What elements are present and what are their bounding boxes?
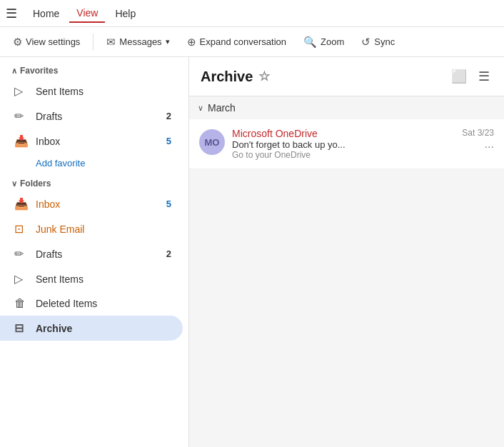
folders-section-header[interactable]: ∨ Folders [0, 173, 188, 191]
sidebar-item-deleted-items-label: Deleted Items [36, 298, 171, 309]
sidebar-item-drafts-fav-label: Drafts [36, 111, 159, 122]
zoom-button[interactable]: 🔍 Zoom [296, 33, 351, 51]
menu-bar: ☰ Home View Help [0, 0, 504, 27]
content-header-actions: ⬜ ☰ [448, 66, 493, 87]
sidebar-item-junk-email-label: Junk Email [36, 224, 171, 235]
sent-items-icon: ▷ [14, 272, 29, 286]
sidebar-item-sent-items-label: Sent Items [36, 273, 171, 285]
menu-home[interactable]: Home [26, 5, 66, 22]
expand-conversation-label: Expand conversation [200, 36, 286, 47]
sync-button[interactable]: ↺ Sync [354, 33, 402, 51]
favorites-chevron-icon: ∧ [11, 66, 17, 76]
sidebar-item-inbox-fav-label: Inbox [36, 136, 159, 147]
folders-label: Folders [20, 179, 51, 189]
sidebar: ∧ Favorites ▷ Sent Items ✏ Drafts 2 📥 In… [0, 57, 189, 447]
gear-icon: ⚙ [13, 36, 22, 49]
email-subject: Don't forget to back up yo... [232, 139, 437, 150]
archive-icon: ⊟ [14, 321, 29, 335]
messages-label: Messages [119, 36, 161, 47]
junk-email-icon: ⊡ [14, 222, 29, 236]
content-header: Archive ☆ ⬜ ☰ [189, 57, 504, 96]
folders-chevron-icon: ∨ [11, 179, 17, 189]
toolbar: ⚙ View settings ✉ Messages ▾ ⊕ Expand co… [0, 27, 504, 57]
sidebar-item-sent-items-fav-label: Sent Items [36, 86, 171, 97]
envelope-icon: ✉ [106, 36, 116, 49]
main-layout: ∧ Favorites ▷ Sent Items ✏ Drafts 2 📥 In… [0, 57, 504, 447]
favorites-section-header[interactable]: ∧ Favorites [0, 60, 188, 79]
email-preview: Go to your OneDrive [232, 150, 437, 160]
sidebar-item-archive[interactable]: ⊟ Archive [0, 316, 183, 341]
email-more-icon[interactable]: ··· [485, 141, 494, 154]
inbox-fav-icon: 📥 [14, 134, 29, 148]
sidebar-item-sent-items[interactable]: ▷ Sent Items [0, 266, 183, 291]
sidebar-item-sent-items-fav[interactable]: ▷ Sent Items [0, 79, 183, 104]
email-meta: Sat 3/23 ··· [444, 128, 494, 154]
content-area: Archive ☆ ⬜ ☰ ∨ March MO Microsoft OneDr… [189, 57, 504, 447]
email-item-0[interactable]: MO Microsoft OneDrive Don't forget to ba… [189, 119, 504, 169]
expand-conversation-button[interactable]: ⊕ Expand conversation [180, 33, 293, 51]
sidebar-item-inbox-label: Inbox [36, 199, 159, 210]
messages-chevron-icon: ▾ [166, 37, 170, 46]
month-label: March [208, 102, 236, 114]
zoom-icon: 🔍 [303, 36, 317, 49]
content-title: Archive ☆ [201, 69, 270, 85]
hamburger-icon[interactable]: ☰ [6, 6, 17, 21]
email-content: Microsoft OneDrive Don't forget to back … [232, 128, 437, 160]
drafts-badge: 2 [166, 248, 171, 259]
sidebar-item-inbox[interactable]: 📥 Inbox 5 [0, 191, 183, 216]
avatar-initials: MO [205, 137, 220, 148]
sent-items-fav-icon: ▷ [14, 84, 29, 98]
sidebar-item-inbox-fav[interactable]: 📥 Inbox 5 [0, 129, 183, 154]
favorites-label: Favorites [20, 66, 58, 76]
messages-button[interactable]: ✉ Messages ▾ [99, 33, 176, 51]
sidebar-item-junk-email[interactable]: ⊡ Junk Email [0, 216, 183, 241]
zoom-label: Zoom [321, 36, 344, 47]
sidebar-item-drafts-fav[interactable]: ✏ Drafts 2 [0, 104, 183, 129]
sync-label: Sync [374, 36, 395, 47]
sidebar-item-drafts-label: Drafts [36, 248, 159, 260]
menu-help[interactable]: Help [108, 5, 143, 22]
inbox-badge: 5 [166, 199, 171, 209]
avatar: MO [199, 129, 225, 155]
toolbar-divider-1 [93, 34, 94, 51]
sidebar-item-archive-label: Archive [36, 323, 171, 334]
sidebar-item-deleted-items[interactable]: 🗑 Deleted Items [0, 291, 183, 316]
add-favorite-link[interactable]: Add favorite [0, 154, 188, 173]
archive-title-text: Archive [201, 69, 253, 85]
inbox-fav-badge: 5 [166, 136, 171, 146]
sync-icon: ↺ [361, 36, 371, 49]
email-sender: Microsoft OneDrive [232, 128, 437, 139]
expand-icon: ⊕ [187, 36, 196, 49]
view-settings-label: View settings [26, 36, 80, 47]
sidebar-item-drafts[interactable]: ✏ Drafts 2 [0, 241, 183, 266]
menu-view[interactable]: View [69, 4, 105, 23]
deleted-items-icon: 🗑 [14, 297, 29, 310]
month-chevron-icon: ∨ [198, 104, 203, 113]
star-icon[interactable]: ☆ [258, 69, 270, 84]
inbox-icon: 📥 [14, 197, 29, 211]
month-group-march[interactable]: ∨ March [189, 96, 504, 119]
email-date: Sat 3/23 [462, 128, 494, 138]
layout-icon[interactable]: ⬜ [448, 66, 470, 87]
view-settings-button[interactable]: ⚙ View settings [6, 33, 87, 51]
drafts-fav-icon: ✏ [14, 109, 29, 123]
filter-icon[interactable]: ☰ [475, 66, 493, 87]
drafts-fav-badge: 2 [166, 111, 171, 121]
drafts-icon: ✏ [14, 247, 29, 261]
